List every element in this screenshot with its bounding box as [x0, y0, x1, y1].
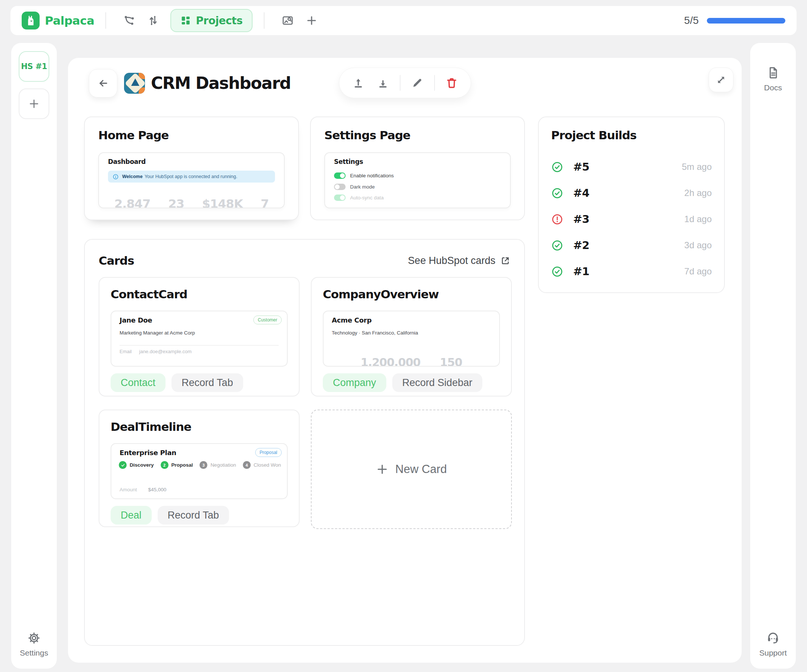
success-check-icon — [551, 161, 563, 173]
build-row[interactable]: #2 3d ago — [551, 232, 712, 258]
build-id: #1 — [573, 265, 589, 278]
deal-timeline-card[interactable]: DealTimeline Enterprise Plan Proposal Di… — [99, 410, 300, 527]
company-overview-card[interactable]: CompanyOverview Acme Corp Technology · S… — [311, 277, 512, 396]
project-builds-card: Project Builds #5 5m ago #4 2h ago #3 1d… — [538, 116, 725, 293]
pencil-icon — [411, 76, 423, 89]
document-icon — [766, 66, 780, 79]
preview-heading: Dashboard — [108, 158, 146, 166]
home-page-card[interactable]: Home Page Dashboard Welcome Your HubSpot… — [84, 116, 299, 220]
download-icon — [377, 76, 389, 89]
add-tab-button[interactable] — [303, 12, 320, 30]
tag-contact[interactable]: Contact — [111, 373, 166, 392]
toolbar-divider — [434, 75, 435, 91]
upload-button[interactable] — [347, 72, 369, 94]
build-row[interactable]: #3 1d ago — [551, 206, 712, 232]
company-name: Acme Corp — [332, 316, 371, 324]
flow-icon — [123, 14, 136, 27]
home-page-preview: Dashboard Welcome Your HubSpot app is co… — [98, 152, 285, 208]
palpaca-logo[interactable] — [22, 12, 40, 30]
cards-header: Cards See HubSpot cards — [99, 254, 510, 267]
preview-heading: Settings — [334, 158, 363, 166]
step-label: Closed Won — [254, 462, 281, 468]
stat-value: 2,847 — [115, 197, 150, 208]
step-discovery: Discovery — [119, 461, 154, 469]
image-search-button[interactable] — [279, 12, 297, 30]
project-app-icon — [124, 73, 145, 94]
see-hubspot-cards-link[interactable]: See HubSpot cards — [408, 255, 510, 266]
expand-button[interactable] — [709, 68, 733, 92]
toggle-on — [334, 172, 345, 179]
new-card-button[interactable]: New Card — [311, 410, 512, 529]
email-field: Email jane.doe@example.com — [120, 349, 192, 354]
project-actions-toolbar — [339, 68, 471, 98]
step-negotiation: 3 Negotiation — [199, 461, 236, 469]
build-row[interactable]: #5 5m ago — [551, 154, 712, 180]
tag-deal[interactable]: Deal — [111, 506, 152, 525]
tag-record-sidebar[interactable]: Record Sidebar — [392, 373, 483, 392]
stat-value: 7 — [261, 197, 269, 208]
stat-value: 150 — [440, 356, 462, 367]
download-button[interactable] — [372, 72, 394, 94]
sidebar-item-support[interactable]: Support — [759, 631, 787, 657]
amount-field: Amount $45,000 — [120, 487, 166, 492]
project-builds-title: Project Builds — [551, 128, 637, 142]
contact-card-title: ContactCard — [111, 288, 187, 301]
edit-button[interactable] — [407, 72, 428, 94]
external-link-icon — [500, 256, 510, 266]
add-workspace-button[interactable] — [19, 88, 49, 119]
cards-section: Cards See HubSpot cards ContactCard Jane… — [84, 239, 525, 646]
build-id: #2 — [573, 239, 589, 252]
tag-record-tab[interactable]: Record Tab — [171, 373, 243, 392]
customer-badge: Customer — [253, 316, 282, 324]
contact-card[interactable]: ContactCard Jane Doe Customer Marketing … — [99, 277, 300, 396]
toggle-label: Dark mode — [350, 184, 375, 190]
top-header: Palpaca — [10, 6, 797, 35]
step-check-icon — [119, 461, 127, 469]
workspace-button[interactable]: HS #1 — [19, 51, 49, 82]
toggle-on — [334, 195, 345, 201]
step-closed-won: 4 Closed Won — [243, 461, 281, 469]
build-time: 5m ago — [682, 162, 712, 172]
tab-projects[interactable]: Projects — [170, 9, 252, 32]
amount-label: Amount — [120, 487, 137, 492]
deal-name: Enterprise Plan — [120, 449, 176, 457]
tag-company[interactable]: Company — [323, 373, 386, 392]
settings-page-title: Settings Page — [324, 128, 410, 142]
trash-icon — [445, 76, 458, 89]
contact-name: Jane Doe — [120, 316, 152, 324]
success-check-icon — [551, 265, 563, 278]
docs-label: Docs — [764, 83, 782, 92]
company-card-tags: Company Record Sidebar — [323, 373, 482, 392]
usage-progress-bar — [707, 18, 785, 23]
amount-value: $45,000 — [148, 487, 167, 492]
preview-divider — [120, 345, 279, 346]
swap-icon — [147, 14, 159, 27]
info-icon — [113, 174, 119, 180]
page-title: CRM Dashboard — [151, 74, 291, 93]
build-row[interactable]: #1 7d ago — [551, 258, 712, 285]
delete-button[interactable] — [441, 72, 463, 94]
new-card-label: New Card — [395, 463, 447, 476]
build-list: #5 5m ago #4 2h ago #3 1d ago #2 3d ago — [551, 154, 712, 285]
plus-icon — [305, 14, 318, 27]
build-row[interactable]: #4 2h ago — [551, 180, 712, 206]
sidebar-item-settings[interactable]: Settings — [20, 631, 48, 657]
header-divider — [264, 12, 264, 29]
deal-stepper: Discovery 2 Proposal 3 Negotiation — [119, 461, 281, 469]
swap-nav-button[interactable] — [144, 12, 162, 30]
flow-nav-button[interactable] — [120, 12, 138, 30]
toggle-label: Auto-sync data — [350, 195, 384, 200]
back-button[interactable] — [89, 69, 117, 98]
email-label: Email — [120, 349, 132, 354]
settings-page-card[interactable]: Settings Page Settings Enable notificati… — [310, 116, 525, 220]
step-label: Proposal — [171, 462, 193, 468]
app-root: Palpaca — [0, 0, 807, 672]
tag-record-tab[interactable]: Record Tab — [158, 506, 229, 525]
company-stats-row: 1,200,000 150 — [324, 356, 499, 367]
company-subtitle: Technology · San Francisco, California — [332, 330, 418, 336]
build-id: #5 — [573, 161, 589, 173]
email-value: jane.doe@example.com — [139, 349, 192, 354]
workspace-label: HS #1 — [21, 62, 47, 71]
build-time: 2h ago — [684, 188, 712, 198]
sidebar-item-docs[interactable]: Docs — [764, 66, 782, 92]
